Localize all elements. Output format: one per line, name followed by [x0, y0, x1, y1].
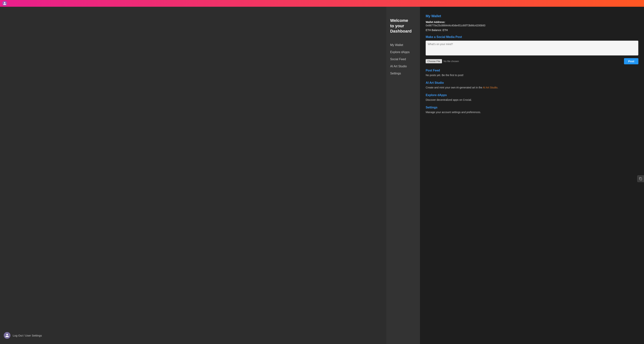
nav-panel: Welcome to your Dashboard My Wallet Expl… [386, 7, 420, 344]
make-post-title: Make a Social Media Post [426, 35, 638, 39]
user-icon [3, 2, 6, 5]
file-input-area: Choose File No file chosen [426, 59, 459, 64]
post-controls: Choose File No file chosen Post [426, 58, 638, 64]
choose-file-button[interactable]: Choose File [426, 59, 442, 64]
post-feed-section: Post Feed No posts yet. Be the first to … [426, 69, 638, 77]
make-post-section: Make a Social Media Post Choose File No … [426, 35, 638, 64]
ai-art-studio-section: AI Art Studio Create and mint your own A… [426, 81, 638, 89]
clipboard-float-button[interactable] [637, 175, 644, 182]
my-wallet-title: My Wallet [426, 14, 638, 18]
post-feed-title: Post Feed [426, 69, 638, 72]
settings-title: Settings [426, 106, 638, 109]
right-panel: My Wallet Wallet Address: 0x88770e25c888… [420, 7, 644, 344]
clipboard-icon [639, 177, 642, 180]
logout-user-settings[interactable]: Log Out / User Settings [4, 330, 382, 340]
logout-label: Log Out / User Settings [13, 334, 42, 337]
nav-item-ai-art-studio[interactable]: AI Art Studio [390, 63, 416, 70]
ai-art-studio-link[interactable]: AI Art Studio [483, 86, 498, 89]
post-textarea[interactable] [426, 40, 638, 56]
main-container: Log Out / User Settings Welcome to your … [0, 7, 644, 344]
no-file-label: No file chosen [444, 60, 459, 63]
explore-dapps-title: Explore dApps [426, 94, 638, 97]
my-wallet-section: My Wallet Wallet Address: 0x88770e25c888… [426, 14, 638, 32]
ai-art-studio-desc: Create and mint your own AI-generated ar… [426, 86, 638, 89]
settings-desc: Manage your account settings and prefere… [426, 111, 638, 114]
wallet-address-label: Wallet Address: [426, 20, 445, 24]
user-icon [5, 333, 9, 338]
welcome-heading: Welcome to your Dashboard [390, 18, 416, 34]
nav-item-my-wallet[interactable]: My Wallet [390, 42, 416, 48]
nav-item-social-feed[interactable]: Social Feed [390, 56, 416, 63]
wallet-address-value: 0x88770e25c888444c40de451c60f73b66c4200b… [426, 24, 485, 27]
left-panel: Log Out / User Settings [0, 7, 386, 344]
no-posts-message: No posts yet. Be the first to post! [426, 74, 638, 77]
user-avatar [4, 332, 10, 339]
eth-balance: ETH Balance: ETH [426, 28, 638, 32]
post-button[interactable]: Post [624, 58, 638, 64]
nav-item-settings[interactable]: Settings [390, 70, 416, 77]
avatar[interactable] [2, 1, 7, 6]
settings-section: Settings Manage your account settings an… [426, 106, 638, 114]
ai-art-studio-title: AI Art Studio [426, 81, 638, 84]
explore-dapps-section: Explore dApps Discover decentralized app… [426, 94, 638, 101]
top-bar [0, 0, 644, 7]
nav-item-explore-dapps[interactable]: Explore dApps [390, 48, 416, 56]
explore-dapps-desc: Discover decentralized apps on Crocial. [426, 98, 638, 101]
